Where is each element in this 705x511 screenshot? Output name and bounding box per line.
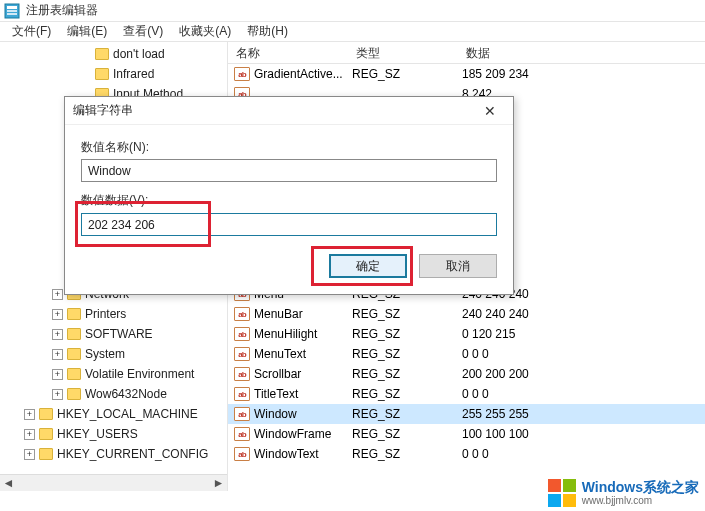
tree-item[interactable]: +System [0, 344, 227, 364]
list-row[interactable]: abMenuHilightREG_SZ0 120 215 [228, 324, 705, 344]
expander-icon[interactable]: + [52, 349, 63, 360]
menu-favorites[interactable]: 收藏夹(A) [171, 21, 239, 42]
string-value-icon: ab [234, 347, 250, 361]
svg-rect-3 [7, 13, 17, 15]
list-row[interactable]: abTitleTextREG_SZ0 0 0 [228, 384, 705, 404]
folder-icon [39, 448, 53, 460]
tree-item[interactable]: +Printers [0, 304, 227, 324]
cell-data: 0 0 0 [462, 387, 705, 401]
value-data-label: 数值数据(V): [81, 192, 497, 209]
tree-item[interactable]: +HKEY_CURRENT_CONFIG [0, 444, 227, 464]
scroll-left-icon[interactable]: ◄ [0, 476, 17, 491]
ok-button[interactable]: 确定 [329, 254, 407, 278]
menu-view[interactable]: 查看(V) [115, 21, 171, 42]
folder-icon [67, 308, 81, 320]
folder-icon [67, 388, 81, 400]
cell-name: Scrollbar [254, 367, 352, 381]
list-row[interactable]: abMenuTextREG_SZ0 0 0 [228, 344, 705, 364]
list-row[interactable]: abWindowTextREG_SZ0 0 0 [228, 444, 705, 464]
cell-data: 0 0 0 [462, 447, 705, 461]
value-data-input[interactable] [81, 213, 497, 236]
expander-icon[interactable]: + [24, 409, 35, 420]
tree-item-label: don't load [113, 47, 165, 61]
svg-rect-1 [7, 6, 17, 9]
menu-file[interactable]: 文件(F) [4, 21, 59, 42]
menubar: 文件(F) 编辑(E) 查看(V) 收藏夹(A) 帮助(H) [0, 22, 705, 42]
expander-icon[interactable]: + [52, 329, 63, 340]
string-value-icon: ab [234, 387, 250, 401]
folder-icon [95, 68, 109, 80]
expander-icon[interactable]: + [52, 369, 63, 380]
list-row[interactable]: abWindowREG_SZ255 255 255 [228, 404, 705, 424]
tree-item[interactable]: +HKEY_USERS [0, 424, 227, 444]
cell-type: REG_SZ [352, 387, 462, 401]
list-row[interactable]: abMenuBarREG_SZ240 240 240 [228, 304, 705, 324]
menu-edit[interactable]: 编辑(E) [59, 21, 115, 42]
folder-icon [39, 428, 53, 440]
string-value-icon: ab [234, 407, 250, 421]
cell-name: MenuHilight [254, 327, 352, 341]
tree-item[interactable]: +Wow6432Node [0, 384, 227, 404]
dialog-title: 编辑字符串 [73, 102, 475, 119]
tree-item[interactable]: Infrared [0, 64, 227, 84]
tree-item[interactable]: +SOFTWARE [0, 324, 227, 344]
cell-type: REG_SZ [352, 347, 462, 361]
tree-horizontal-scrollbar[interactable]: ◄ ► [0, 474, 227, 491]
folder-icon [95, 48, 109, 60]
expander-icon[interactable]: + [52, 389, 63, 400]
watermark-url: www.bjjmlv.com [582, 495, 699, 506]
svg-rect-2 [7, 10, 17, 12]
folder-icon [39, 408, 53, 420]
column-name[interactable]: 名称 [228, 42, 348, 63]
scroll-track[interactable] [17, 476, 210, 491]
column-data[interactable]: 数据 [458, 42, 705, 63]
windows-logo-icon [548, 479, 576, 507]
window-titlebar: 注册表编辑器 [0, 0, 705, 22]
expander-icon[interactable]: + [24, 429, 35, 440]
string-value-icon: ab [234, 327, 250, 341]
cell-type: REG_SZ [352, 367, 462, 381]
list-row[interactable]: abWindowFrameREG_SZ100 100 100 [228, 424, 705, 444]
tree-item[interactable]: don't load [0, 44, 227, 64]
tree-item-label: Volatile Environment [85, 367, 194, 381]
scroll-right-icon[interactable]: ► [210, 476, 227, 491]
menu-help[interactable]: 帮助(H) [239, 21, 296, 42]
list-row[interactable]: abGradientActive...REG_SZ185 209 234 [228, 64, 705, 84]
close-icon[interactable]: ✕ [475, 100, 505, 122]
tree-item-label: System [85, 347, 125, 361]
cell-type: REG_SZ [352, 327, 462, 341]
string-value-icon: ab [234, 307, 250, 321]
expander-icon[interactable]: + [24, 449, 35, 460]
cell-name: Window [254, 407, 352, 421]
tree-item[interactable]: +HKEY_LOCAL_MACHINE [0, 404, 227, 424]
cell-type: REG_SZ [352, 427, 462, 441]
cell-name: WindowFrame [254, 427, 352, 441]
cell-data: 200 200 200 [462, 367, 705, 381]
string-value-icon: ab [234, 427, 250, 441]
expander-icon[interactable]: + [52, 289, 63, 300]
value-name-label: 数值名称(N): [81, 139, 497, 156]
list-row[interactable]: abScrollbarREG_SZ200 200 200 [228, 364, 705, 384]
regedit-icon [4, 3, 20, 19]
cell-data: 185 209 234 [462, 67, 705, 81]
string-value-icon: ab [234, 447, 250, 461]
cell-data: 240 240 240 [462, 307, 705, 321]
tree-item-label: HKEY_USERS [57, 427, 138, 441]
tree-item-label: HKEY_CURRENT_CONFIG [57, 447, 208, 461]
cell-data: 100 100 100 [462, 427, 705, 441]
column-type[interactable]: 类型 [348, 42, 458, 63]
cell-type: REG_SZ [352, 447, 462, 461]
cancel-button[interactable]: 取消 [419, 254, 497, 278]
dialog-titlebar[interactable]: 编辑字符串 ✕ [65, 97, 513, 125]
tree-item-label: Infrared [113, 67, 154, 81]
cell-data: 255 255 255 [462, 407, 705, 421]
folder-icon [67, 328, 81, 340]
tree-item-label: Printers [85, 307, 126, 321]
expander-icon[interactable]: + [52, 309, 63, 320]
value-name-input[interactable] [81, 159, 497, 182]
cell-name: MenuText [254, 347, 352, 361]
cell-name: WindowText [254, 447, 352, 461]
watermark: Windows系统之家 www.bjjmlv.com [548, 479, 699, 507]
cell-type: REG_SZ [352, 67, 462, 81]
tree-item[interactable]: +Volatile Environment [0, 364, 227, 384]
